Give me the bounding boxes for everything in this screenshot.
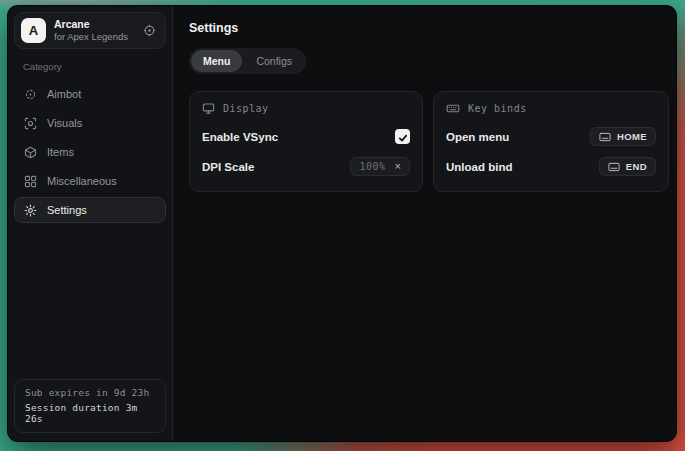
tab-group: Menu Configs [189,48,306,74]
subscription-info-card: Sub expires in 9d 23h Session duration 3… [14,379,166,433]
brand-card[interactable]: A Arcane for Apex Legends [14,12,166,49]
page-title: Settings [189,21,669,35]
sub-expiry-text: Sub expires in 9d 23h [25,387,155,398]
cube-icon [24,146,37,159]
monitor-icon [202,102,215,115]
display-card-header: Display [202,102,410,115]
app-window: A Arcane for Apex Legends Category [7,5,677,442]
grid-icon [24,175,37,188]
unload-bind-label: Unload bind [446,161,512,173]
sidebar-item-items[interactable]: Items [14,139,166,165]
keyboard-icon [608,162,620,172]
open-menu-keybind[interactable]: HOME [590,127,656,146]
unload-bind-keybind[interactable]: END [599,157,656,176]
settings-cards: Display Enable VSync DP [189,91,669,192]
sidebar-item-visuals[interactable]: Visuals [14,110,166,136]
keybinds-card: Key binds Open menu HOME [433,91,669,192]
sidebar-nav: Aimbot Visuals [14,81,166,223]
tab-configs[interactable]: Configs [244,50,304,72]
brand-subtitle: for Apex Legends [54,31,128,43]
main-content: Settings Menu Configs Display [173,6,677,441]
target-icon[interactable] [143,24,156,37]
unload-bind-row: Unload bind END [446,154,656,179]
sidebar-item-aimbot[interactable]: Aimbot [14,81,166,107]
sidebar-item-label: Aimbot [47,88,81,100]
display-card: Display Enable VSync DP [189,91,423,192]
brand-name: Arcane [54,18,128,31]
dpi-scale-row: DPI Scale 100% × [202,154,410,179]
vsync-checkbox[interactable] [395,129,410,144]
sidebar-item-label: Visuals [47,117,82,129]
session-duration-text: Session duration 3m 26s [25,402,155,424]
clear-icon[interactable]: × [395,161,401,172]
display-card-title: Display [223,103,269,114]
keybinds-card-title: Key binds [468,103,527,114]
app-logo: A [21,18,46,43]
crosshair-icon [24,88,37,101]
gear-icon [24,204,37,217]
keyboard-icon [599,132,611,142]
keyboard-icon [446,102,460,115]
sidebar-item-settings[interactable]: Settings [14,197,166,223]
dpi-scale-value: 100% [359,161,385,172]
scan-icon [24,117,37,130]
category-label: Category [23,61,166,72]
sidebar-item-miscellaneous[interactable]: Miscellaneous [14,168,166,194]
dpi-scale-input[interactable]: 100% × [350,157,410,176]
sidebar-item-label: Items [47,146,74,158]
sidebar: A Arcane for Apex Legends Category [8,6,173,441]
brand-text: Arcane for Apex Legends [54,18,128,43]
sidebar-item-label: Settings [47,204,87,216]
sidebar-item-label: Miscellaneous [47,175,117,187]
open-menu-row: Open menu HOME [446,124,656,149]
vsync-label: Enable VSync [202,131,278,143]
checkmark-icon [398,129,408,147]
vsync-row: Enable VSync [202,124,410,149]
dpi-scale-label: DPI Scale [202,161,254,173]
open-menu-key: HOME [617,131,647,142]
tab-menu[interactable]: Menu [191,50,242,72]
unload-bind-key: END [626,161,647,172]
keybinds-card-header: Key binds [446,102,656,115]
open-menu-label: Open menu [446,131,509,143]
desktop-background: A Arcane for Apex Legends Category [0,0,685,451]
